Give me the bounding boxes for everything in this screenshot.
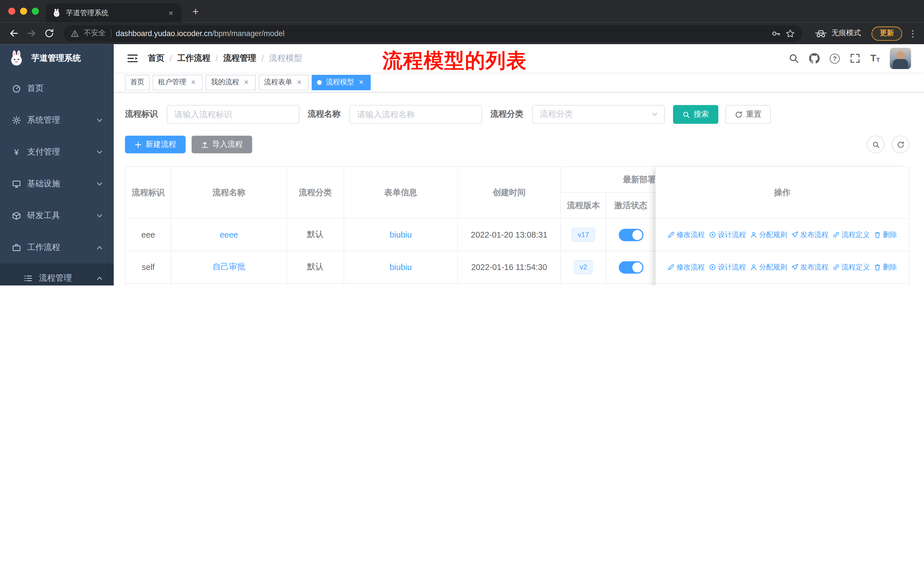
browser-menu-icon[interactable] [908,28,918,39]
window-close-button[interactable] [8,8,15,15]
chevron-up-icon [96,244,103,251]
dashboard-icon [12,84,21,93]
security-label[interactable]: 不安全 [84,28,106,38]
assign-rule-link[interactable]: 分配规则 [750,230,787,240]
sidebar-item-infra[interactable]: 基础设施 [0,168,114,200]
breadcrumb-home[interactable]: 首页 [148,53,164,64]
app-logo-row[interactable]: 芋道管理系统 [0,44,114,73]
import-process-button[interactable]: 导入流程 [191,136,252,153]
search-icon[interactable] [789,53,799,64]
edit-process-link[interactable]: 修改流程 [668,262,705,272]
toggle-search-button[interactable] [867,136,884,153]
bookmark-star-icon[interactable] [785,29,795,38]
sidebar-item-workflow[interactable]: 工作流程 [0,232,114,264]
chevron-down-icon [96,149,103,155]
process-name-link[interactable]: 自己审批 [213,262,246,272]
yen-icon [12,147,21,157]
reload-button[interactable] [41,25,56,41]
github-icon[interactable] [809,53,820,64]
breadcrumb-process-manage[interactable]: 流程管理 [223,53,256,64]
version-badge[interactable]: v2 [574,260,593,274]
actions-fixed-column: 操作 修改流程 设计流程 分配规则 发布流程 流程定义 删除 修改流程 设计流程 [655,167,909,286]
chevron-down-icon [96,117,103,124]
window-zoom-button[interactable] [32,8,39,15]
form-info-link[interactable]: biubiu [390,230,412,239]
browser-tab[interactable]: 芋道管理系统 [46,3,181,22]
refresh-icon [896,141,904,149]
sidebar-item-payment[interactable]: 支付管理 [0,136,114,168]
send-icon [791,264,799,271]
breadcrumb-separator [170,54,172,63]
sidebar-item-system[interactable]: 系统管理 [0,104,114,136]
delete-link[interactable]: 删除 [874,262,897,272]
breadcrumb-separator [216,54,218,63]
col-header-active: 激活状态 [606,193,656,219]
design-process-link[interactable]: 设计流程 [709,262,746,272]
chevron-down-icon [96,212,103,220]
font-size-icon[interactable] [870,54,880,63]
col-header-version: 流程版本 [561,193,606,219]
tag-my-process[interactable]: 我的流程 [206,74,256,90]
table-tools [867,136,909,153]
process-name-input[interactable] [350,105,482,124]
search-icon [872,141,879,149]
tag-process-form[interactable]: 流程表单 [259,74,309,90]
tag-close-icon[interactable] [357,78,365,86]
active-toggle[interactable] [619,228,643,241]
active-toggle[interactable] [619,261,643,273]
sidebar-collapse-icon[interactable] [127,53,139,64]
red-annotation-text: 流程模型的列表 [382,47,527,74]
table-toolbar: 新建流程 导入流程 [125,136,909,153]
process-id-input[interactable] [167,105,299,124]
password-key-icon[interactable] [771,29,781,38]
security-warning-icon[interactable] [71,29,79,38]
publish-process-link[interactable]: 发布流程 [791,230,828,240]
refresh-table-button[interactable] [892,136,909,153]
tag-process-model-active[interactable]: 流程模型 [312,74,371,90]
search-button[interactable]: 搜索 [673,105,718,124]
create-process-button[interactable]: 新建流程 [125,136,186,153]
tag-close-icon[interactable] [242,78,251,86]
screen: 芋道管理系统 不安全 dashboard.yudao.iocoder.cn/bp… [0,0,924,286]
breadcrumb-workflow[interactable]: 工作流程 [177,53,210,64]
window-minimize-button[interactable] [20,8,27,15]
sidebar-item-devtools[interactable]: 研发工具 [0,200,114,231]
sidebar-menu: 首页 系统管理 支付管理 基础设施 [0,73,114,286]
update-button[interactable]: 更新 [871,26,902,40]
user-avatar[interactable] [890,48,911,69]
design-process-link[interactable]: 设计流程 [709,230,746,240]
sidebar-item-home[interactable]: 首页 [0,73,114,104]
sidebar-item-process-manage[interactable]: 流程管理 [0,264,114,286]
edit-process-link[interactable]: 修改流程 [668,230,705,240]
edit-icon [668,264,675,271]
tag-close-icon[interactable] [295,78,304,86]
tag-tenant[interactable]: 租户管理 [153,74,203,90]
link-icon [833,264,840,271]
cell-category: 默认 [287,251,344,283]
fullscreen-icon[interactable] [850,53,860,64]
user-icon [750,231,757,238]
forward-button[interactable] [23,25,39,41]
form-info-link[interactable]: biubiu [390,263,412,272]
cell-created-time: 2022-01-16 11:54:30 [458,251,561,283]
reset-button[interactable]: 重置 [726,105,771,124]
tab-close-icon[interactable] [166,8,176,18]
process-definition-link[interactable]: 流程定义 [833,262,870,272]
back-button[interactable] [6,25,21,41]
process-name-link[interactable]: eeee [220,230,238,239]
cell-process-id: eee [125,219,171,251]
url-bar[interactable]: 不安全 dashboard.yudao.iocoder.cn/bpm/manag… [64,25,802,41]
tag-home[interactable]: 首页 [125,74,150,90]
process-definition-link[interactable]: 流程定义 [833,230,870,240]
assign-rule-link[interactable]: 分配规则 [750,262,787,272]
help-icon[interactable] [830,53,840,63]
tag-close-icon[interactable] [189,78,197,86]
col-header-actions: 操作 [656,167,909,219]
publish-process-link[interactable]: 发布流程 [791,262,828,272]
version-badge[interactable]: v17 [572,228,595,241]
category-select[interactable]: 流程分类 [532,105,665,124]
delete-link[interactable]: 删除 [874,230,897,240]
new-tab-button[interactable] [188,5,203,19]
col-header-form: 表单信息 [344,167,458,219]
chevron-up-icon [96,275,103,282]
